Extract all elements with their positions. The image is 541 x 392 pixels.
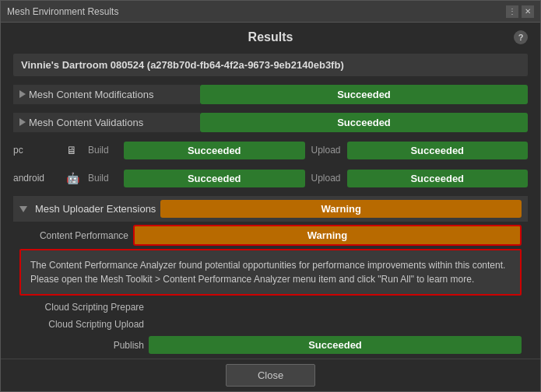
uploader-warning-badge: Warning [160,200,522,218]
pc-icon: 🖥 [66,144,82,156]
uploader-header: Mesh Uploader Extensions Warning [13,196,528,222]
tooltip-box: The Content Performance Analyzer found p… [19,249,522,296]
mesh-content-validations-label: Mesh Content Validations [29,117,143,128]
android-platform-row: android 🤖 Build Succeeded Upload Succeed… [13,166,528,190]
mesh-content-modifications-badge-cell: Succeeded [200,85,528,104]
android-build-group: Build Succeeded [88,170,305,187]
close-window-button[interactable]: ✕ [522,5,534,18]
cloud-scripting-prepare-label: Cloud Scripting Prepare [19,302,144,313]
uploader-body: Content Performance Warning The Content … [13,222,528,357]
content-performance-label: Content Performance [19,230,128,241]
uploader-header-label: Mesh Uploader Extensions [35,203,156,215]
pc-build-group: Build Succeeded [88,142,305,159]
environment-title: Vinnie's Dartroom 080524 (a278b70d-fb64-… [13,54,528,76]
android-platform-name: android [13,173,60,184]
android-build-label: Build [88,173,119,184]
content-performance-badge: Warning [133,225,522,246]
footer: Close [1,359,540,391]
pc-platform-row: pc 🖥 Build Succeeded Upload Succeeded [13,138,528,162]
mesh-content-validations-badge-cell: Succeeded [200,113,528,132]
android-upload-badge: Succeeded [347,170,529,187]
title-bar: Mesh Environment Results ⋮ ✕ [1,1,540,23]
pc-upload-badge: Succeeded [347,142,529,159]
close-button[interactable]: Close [226,364,315,387]
pc-upload-group: Upload Succeeded [311,142,529,159]
mesh-content-modifications-row: Mesh Content Modifications Succeeded [13,82,528,106]
title-bar-controls: ⋮ ✕ [506,5,534,18]
pc-upload-label: Upload [311,145,343,156]
mesh-content-validations-badge: Succeeded [200,113,528,132]
publish-row: Publish Succeeded [13,333,528,357]
expand-icon-uploader[interactable] [19,206,27,212]
android-build-badge: Succeeded [124,170,305,187]
cloud-scripting-prepare-row: Cloud Scripting Prepare [13,299,528,316]
publish-label: Publish [19,340,144,351]
android-upload-group: Upload Succeeded [311,170,529,187]
results-heading-container: Results ? [13,30,528,44]
mesh-content-modifications-label: Mesh Content Modifications [29,89,153,100]
android-icon: 🤖 [66,172,82,184]
pc-build-label: Build [88,145,119,156]
content-performance-row: Content Performance Warning [13,222,528,249]
cloud-scripting-upload-badge [149,321,522,327]
mesh-content-validations-label-cell: Mesh Content Validations [13,113,200,132]
mesh-content-validations-row: Mesh Content Validations Succeeded [13,110,528,134]
content-area: Results ? Vinnie's Dartroom 080524 (a278… [1,23,540,359]
publish-badge: Succeeded [149,336,522,354]
cloud-scripting-prepare-badge [149,304,522,310]
uploader-extensions-section: Mesh Uploader Extensions Warning Content… [13,196,528,357]
cloud-scripting-upload-label: Cloud Scripting Upload [19,319,144,330]
title-bar-left: Mesh Environment Results [7,6,118,17]
expand-icon-validations[interactable] [19,118,26,126]
window-title: Mesh Environment Results [7,6,118,17]
results-heading-text: Results [248,30,293,44]
android-upload-label: Upload [311,173,343,184]
main-window: Mesh Environment Results ⋮ ✕ Results ? V… [0,0,541,392]
cloud-scripting-upload-row: Cloud Scripting Upload [13,316,528,333]
pc-platform-name: pc [13,145,60,156]
mesh-content-modifications-label-cell: Mesh Content Modifications [13,85,200,104]
pc-build-badge: Succeeded [124,142,305,159]
tooltip-container: The Content Performance Analyzer found p… [19,249,522,296]
mesh-content-modifications-badge: Succeeded [200,85,528,104]
menu-button[interactable]: ⋮ [506,5,518,18]
expand-icon-modifications[interactable] [19,90,26,98]
help-icon[interactable]: ? [514,30,528,44]
